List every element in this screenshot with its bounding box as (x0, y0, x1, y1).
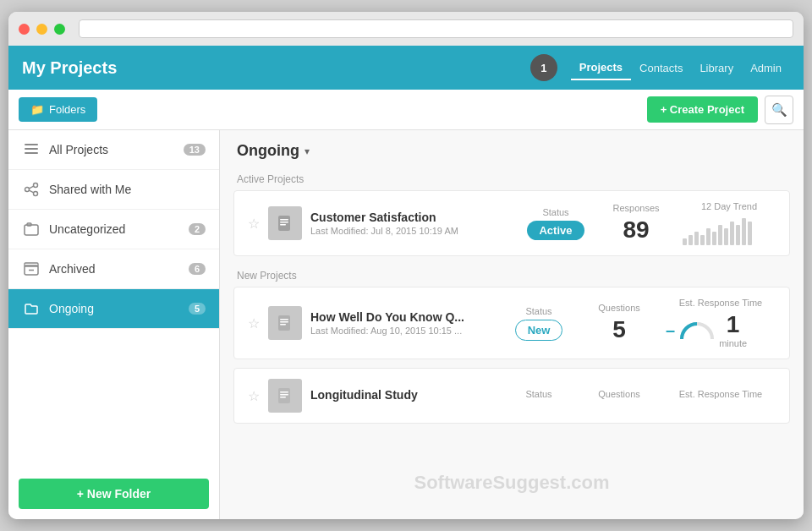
nav-projects[interactable]: Projects (571, 56, 631, 80)
sidebar-ongoing-label: Ongoing (49, 302, 189, 315)
sidebar-ongoing-badge: 5 (189, 303, 206, 315)
status-header-3: Status (505, 389, 573, 399)
status-col-1: Status Active (522, 207, 590, 240)
star-icon-2[interactable]: ☆ (248, 315, 260, 331)
project-name-2: How Well Do You Know Q... (310, 310, 497, 324)
new-folder-button[interactable]: + New Folder (19, 479, 209, 509)
folders-button[interactable]: 📁 Folders (19, 97, 97, 122)
trend-header-1: 12 Day Trend (683, 201, 776, 211)
responses-col-1: Responses 89 (598, 203, 674, 244)
svg-line-6 (30, 186, 34, 189)
chevron-down-icon[interactable]: ▾ (304, 145, 310, 157)
svg-rect-23 (280, 394, 288, 396)
est-col-3: Est. Response Time (666, 389, 776, 402)
est-col-2: Est. Response Time – 1 minute (666, 298, 776, 348)
dash-icon: – (666, 320, 675, 340)
svg-rect-19 (280, 321, 288, 323)
project-date-1: Last Modified: Jul 8, 2015 10:19 AM (310, 226, 513, 236)
app-header: My Projects 1 Projects Contacts Library … (8, 46, 804, 90)
questions-col-2: Questions 5 (581, 303, 657, 343)
project-info-3: Longitudinal Study (310, 388, 497, 403)
sidebar: All Projects 13 Shared with Me Uncategor… (8, 130, 220, 519)
svg-rect-13 (278, 216, 290, 231)
active-section-label: Active Projects (220, 168, 804, 190)
folder-icon: 📁 (30, 103, 44, 116)
sidebar-item-archived[interactable]: Archived 6 (8, 249, 219, 289)
est-header-3: Est. Response Time (666, 389, 776, 399)
app-window: My Projects 1 Projects Contacts Library … (8, 12, 804, 519)
project-info-2: How Well Do You Know Q... Last Modified:… (310, 310, 497, 336)
trend-col-1: 12 Day Trend (683, 201, 776, 245)
sidebar-item-uncategorized[interactable]: Uncategorized 2 (8, 210, 219, 249)
sidebar-shared-label: Shared with Me (49, 183, 206, 196)
resp-number-2: 1 (719, 311, 747, 338)
svg-rect-1 (25, 148, 38, 150)
sidebar-footer: + New Folder (8, 468, 219, 519)
svg-point-4 (25, 188, 30, 192)
sidebar-uncategorized-label: Uncategorized (49, 222, 189, 236)
svg-rect-18 (280, 319, 288, 320)
share-icon (22, 180, 41, 199)
nav-library[interactable]: Library (691, 57, 742, 79)
sidebar-item-shared[interactable]: Shared with Me (8, 170, 219, 210)
close-button[interactable] (19, 24, 30, 35)
svg-rect-11 (25, 263, 38, 266)
trend-bars-1 (683, 215, 776, 245)
address-bar[interactable] (79, 19, 793, 38)
svg-rect-0 (25, 144, 38, 145)
svg-rect-14 (280, 219, 288, 221)
sidebar-item-ongoing[interactable]: Ongoing 5 (8, 289, 219, 329)
uncategorized-icon (22, 220, 41, 238)
svg-rect-2 (25, 152, 38, 154)
svg-rect-21 (278, 388, 290, 403)
svg-point-3 (34, 183, 38, 188)
sidebar-item-all-projects[interactable]: All Projects 13 (8, 130, 219, 170)
svg-line-7 (30, 190, 34, 193)
project-card-customer-satisfaction: ☆ Customer Satisfaction Last Modified: J… (233, 190, 790, 256)
maximize-button[interactable] (54, 24, 65, 35)
status-header-1: Status (522, 207, 590, 217)
est-header-2: Est. Response Time (666, 298, 776, 308)
project-date-2: Last Modified: Aug 10, 2015 10:15 ... (310, 326, 497, 336)
toolbar: 📁 Folders + Create Project 🔍 (8, 90, 804, 130)
sidebar-all-projects-badge: 13 (184, 144, 206, 156)
responses-header-1: Responses (598, 203, 674, 213)
est-response-2: – 1 minute (666, 311, 776, 348)
star-icon-1[interactable]: ☆ (248, 216, 260, 232)
nav-admin[interactable]: Admin (742, 57, 790, 79)
search-button[interactable]: 🔍 (765, 96, 793, 124)
create-project-button[interactable]: + Create Project (647, 96, 758, 123)
new-section-label: New Projects (220, 265, 804, 287)
nav-contacts[interactable]: Contacts (631, 57, 691, 79)
questions-col-3: Questions (581, 389, 657, 402)
header-right: 1 Projects Contacts Library Admin (530, 54, 790, 81)
project-card-longitudinal: ☆ Longitudinal Study Status Questions Es… (233, 368, 790, 424)
star-icon-3[interactable]: ☆ (248, 388, 260, 404)
list-icon (22, 140, 41, 159)
project-card-how-well: ☆ How Well Do You Know Q... Last Modifie… (233, 287, 790, 359)
svg-rect-24 (280, 397, 286, 398)
app-title: My Projects (22, 58, 530, 78)
status-badge-1: Active (527, 221, 584, 240)
minimize-button[interactable] (36, 24, 47, 35)
notification-badge[interactable]: 1 (530, 54, 557, 81)
status-col-2: Status New (505, 306, 573, 341)
svg-rect-17 (278, 315, 290, 331)
svg-rect-20 (280, 324, 286, 326)
svg-rect-15 (280, 222, 288, 223)
main-content: All Projects 13 Shared with Me Uncategor… (8, 130, 804, 519)
title-bar (8, 12, 804, 46)
minute-label-2: minute (719, 338, 747, 348)
svg-rect-8 (25, 225, 38, 235)
svg-rect-22 (280, 391, 288, 393)
project-thumb-2 (268, 306, 302, 340)
project-thumb-3 (268, 379, 302, 413)
folder-ongoing-icon (22, 299, 41, 318)
project-thumb-1 (268, 206, 302, 240)
status-badge-2: New (515, 320, 563, 341)
status-header-2: Status (505, 306, 573, 316)
content-area: Ongoing ▾ Active Projects ☆ Customer Sat… (220, 130, 804, 519)
archived-icon (22, 260, 41, 278)
content-title: Ongoing (237, 142, 299, 160)
nav-items: Projects Contacts Library Admin (571, 56, 790, 80)
